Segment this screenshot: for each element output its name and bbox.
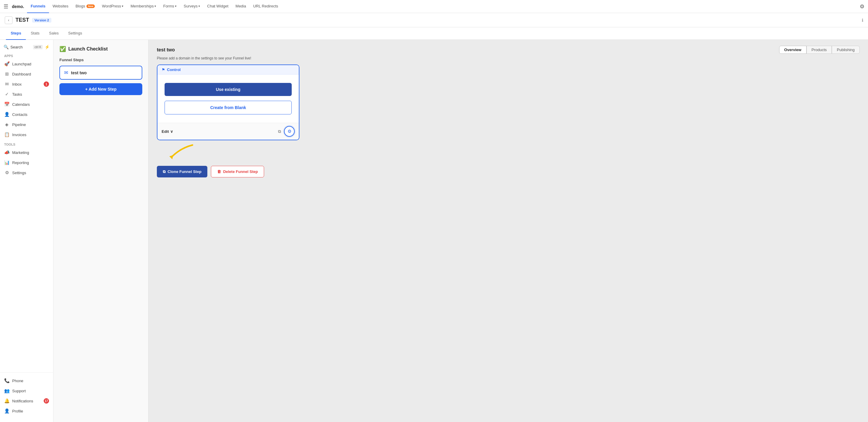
- control-tab-bar: ⚑ Control: [157, 65, 299, 74]
- notifications-badge: 17: [44, 398, 49, 403]
- nav-surveys[interactable]: Surveys ▾: [180, 0, 204, 13]
- tab-sales[interactable]: Sales: [44, 27, 64, 40]
- top-nav: ☰ demo. Funnels Websites Blogs New WordP…: [0, 0, 868, 13]
- logo: demo.: [12, 4, 24, 9]
- hamburger-icon[interactable]: ☰: [4, 3, 8, 10]
- sidebar-item-settings[interactable]: ⚙Settings: [0, 168, 53, 178]
- arrow-annotation: [157, 142, 860, 160]
- sub-nav: ‹ TEST Version 2 ℹ: [0, 13, 868, 27]
- sidebar-item-pipeline[interactable]: ◈Pipeline: [0, 119, 53, 129]
- edit-dropdown[interactable]: Edit ∨: [162, 129, 173, 134]
- tab-settings[interactable]: Settings: [64, 27, 87, 40]
- top-gear-icon[interactable]: ⚙: [860, 3, 864, 10]
- main-layout: 🔍 Search ctrl K ⚡ Apps 🚀Launchpad ⊞Dashb…: [0, 40, 868, 422]
- sidebar-item-launchpad[interactable]: 🚀Launchpad: [0, 59, 53, 69]
- yellow-arrow-svg: [163, 142, 198, 160]
- nav-websites[interactable]: Websites: [49, 0, 72, 13]
- reporting-icon: 📊: [4, 160, 9, 165]
- search-bar[interactable]: 🔍 Search ctrl K ⚡: [0, 43, 53, 51]
- flag-icon: ⚑: [162, 67, 165, 72]
- tools-section-label: Tools: [0, 140, 53, 147]
- chevron-down-icon: ∨: [170, 129, 173, 134]
- footer-actions: ⧉ ⚙: [278, 126, 295, 137]
- calendars-icon: 📅: [4, 102, 9, 107]
- search-icon: 🔍: [4, 44, 9, 49]
- step-name: test two: [71, 70, 87, 75]
- sidebar-footer: 📞Phone 👥Support 🔔Notifications 17 👤Profi…: [0, 372, 53, 419]
- bolt-icon: ⚡: [44, 44, 50, 49]
- action-buttons: ⧉ Clone Funnel Step 🗑 Delete Funnel Step: [157, 166, 860, 177]
- sidebar-item-dashboard[interactable]: ⊞Dashboard: [0, 69, 53, 79]
- sidebar: 🔍 Search ctrl K ⚡ Apps 🚀Launchpad ⊞Dashb…: [0, 40, 54, 422]
- search-label: Search: [10, 45, 23, 49]
- sidebar-item-calendars[interactable]: 📅Calendars: [0, 99, 53, 109]
- launch-checklist-header: ✅ Launch Checklist: [59, 46, 142, 52]
- tab-stats[interactable]: Stats: [26, 27, 44, 40]
- sidebar-item-notifications[interactable]: 🔔Notifications 17: [0, 396, 53, 406]
- sidebar-item-inbox[interactable]: ✉Inbox 1: [0, 79, 53, 89]
- create-blank-button[interactable]: Create from Blank: [164, 101, 292, 114]
- nav-wordpress[interactable]: WordPress ▾: [98, 0, 127, 13]
- launch-checklist-title: Launch Checklist: [68, 47, 107, 52]
- right-panel-tabs: Overview Products Publishing: [779, 46, 860, 54]
- trash-icon: 🗑: [217, 170, 221, 174]
- nav-url-redirects[interactable]: URL Redirects: [250, 0, 282, 13]
- control-footer: Edit ∨ ⧉ ⚙: [157, 123, 299, 140]
- blogs-badge: New: [87, 4, 95, 8]
- back-button[interactable]: ‹: [5, 16, 12, 24]
- marketing-icon: 📣: [4, 150, 9, 155]
- use-existing-button[interactable]: Use existing: [164, 83, 292, 96]
- settings-icon: ⚙: [4, 170, 9, 175]
- contacts-icon: 👤: [4, 112, 9, 117]
- sidebar-item-marketing[interactable]: 📣Marketing: [0, 147, 53, 157]
- inbox-icon: ✉: [4, 82, 9, 87]
- support-icon: 👥: [4, 388, 9, 393]
- control-tab-label: Control: [167, 67, 181, 72]
- nav-memberships[interactable]: Memberships ▾: [127, 0, 159, 13]
- control-card: ⚑ Control Use existing Create from Blank…: [157, 64, 300, 140]
- external-link-icon[interactable]: ⧉: [278, 129, 281, 134]
- add-new-step-button[interactable]: + Add New Step: [59, 83, 142, 95]
- control-body: Use existing Create from Blank: [157, 74, 299, 123]
- inbox-badge: 1: [44, 82, 49, 87]
- clone-funnel-step-button[interactable]: ⧉ Clone Funnel Step: [157, 166, 207, 177]
- sidebar-item-tasks[interactable]: ✓Tasks: [0, 89, 53, 99]
- nav-blogs[interactable]: Blogs New: [72, 0, 98, 13]
- tab-steps[interactable]: Steps: [6, 27, 26, 40]
- rp-tab-overview[interactable]: Overview: [779, 46, 807, 54]
- sidebar-item-phone[interactable]: 📞Phone: [0, 375, 53, 386]
- invoices-icon: 📋: [4, 132, 9, 137]
- sidebar-item-support[interactable]: 👥Support: [0, 386, 53, 396]
- rp-tab-publishing[interactable]: Publishing: [832, 46, 860, 54]
- check-circle-icon: ✅: [59, 46, 66, 52]
- settings-gear-icon: ⚙: [287, 129, 291, 134]
- svg-marker-0: [169, 155, 173, 159]
- sidebar-item-reporting[interactable]: 📊Reporting: [0, 157, 53, 168]
- tasks-icon: ✓: [4, 92, 9, 97]
- edit-label: Edit: [162, 129, 169, 134]
- sidebar-item-contacts[interactable]: 👤Contacts: [0, 109, 53, 119]
- funnel-step-item[interactable]: ✉ test two: [59, 66, 142, 80]
- delete-label: Delete Funnel Step: [223, 170, 258, 174]
- apps-section-label: Apps: [0, 51, 53, 59]
- nav-chat-widget[interactable]: Chat Widget: [204, 0, 232, 13]
- nav-media[interactable]: Media: [232, 0, 250, 13]
- tab-row: Steps Stats Sales Settings: [0, 27, 868, 40]
- version-badge: Version 2: [32, 18, 52, 23]
- clone-label: Clone Funnel Step: [167, 170, 202, 174]
- right-panel: test two Overview Products Publishing Pl…: [149, 40, 868, 422]
- right-panel-header: test two Overview Products Publishing: [157, 46, 860, 54]
- delete-funnel-step-button[interactable]: 🗑 Delete Funnel Step: [211, 166, 264, 177]
- sidebar-item-profile[interactable]: 👤Profile: [0, 406, 53, 416]
- sidebar-item-invoices[interactable]: 📋Invoices: [0, 129, 53, 140]
- clone-icon: ⧉: [163, 170, 165, 174]
- rp-tab-products[interactable]: Products: [807, 46, 832, 54]
- nav-funnels[interactable]: Funnels: [27, 0, 49, 13]
- settings-circle-button[interactable]: ⚙: [284, 126, 295, 137]
- nav-links: Funnels Websites Blogs New WordPress ▾ M…: [27, 0, 282, 13]
- page-title: TEST: [16, 17, 29, 23]
- notifications-icon: 🔔: [4, 398, 9, 403]
- nav-forms[interactable]: Forms ▾: [159, 0, 180, 13]
- info-icon[interactable]: ℹ: [862, 18, 863, 23]
- funnel-steps-label: Funnel Steps: [59, 58, 142, 62]
